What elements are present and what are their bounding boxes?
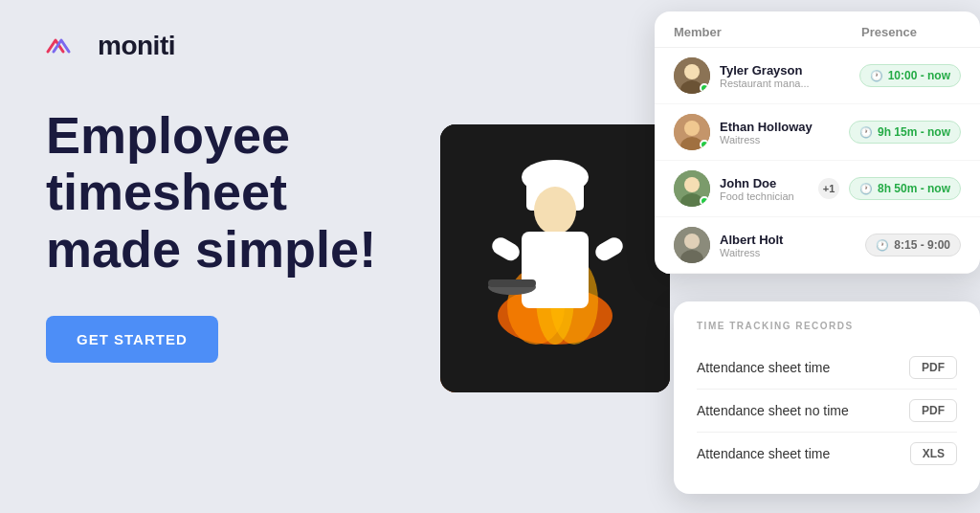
avatar-albert xyxy=(674,227,710,263)
clock-icon-john: 🕐 xyxy=(859,183,873,195)
member-role-ethan: Waitress xyxy=(720,134,849,145)
member-row-john[interactable]: John Doe Food technician +1 🕐 8h 50m - n… xyxy=(655,161,980,217)
svg-point-23 xyxy=(684,234,700,249)
online-dot-john xyxy=(700,196,709,206)
left-section: moniti Employee timesheet made simple! G… xyxy=(0,0,479,513)
member-info-albert: Albert Holt Waitress xyxy=(720,233,865,258)
tracking-label-1: Attendance sheet no time xyxy=(697,403,849,418)
hero-text: Employee timesheet made simple! xyxy=(46,107,433,278)
tracking-format-pdf-0[interactable]: PDF xyxy=(909,356,957,379)
member-role-albert: Waitress xyxy=(720,247,865,258)
member-info-john: John Doe Food technician xyxy=(720,176,818,202)
tracking-records-card: TIME TRACKING RECORDS Attendance sheet t… xyxy=(674,301,980,494)
svg-rect-8 xyxy=(522,232,589,308)
hero-line1: Employee xyxy=(46,106,290,164)
member-role-john: Food technician xyxy=(720,190,818,202)
avatar-john xyxy=(674,170,710,207)
presence-badge-john: 🕐 8h 50m - now xyxy=(849,177,961,200)
hero-line2: timesheet xyxy=(46,163,287,220)
logo-icon xyxy=(46,33,88,59)
kitchen-image xyxy=(440,124,670,392)
member-row-ethan[interactable]: Ethan Holloway Waitress 🕐 9h 15m - now xyxy=(655,104,980,161)
tracking-label-0: Attendance sheet time xyxy=(697,360,830,375)
tracking-format-xls-0[interactable]: XLS xyxy=(910,442,957,465)
tracking-row-0[interactable]: Attendance sheet time PDF xyxy=(697,346,957,390)
member-name-tyler: Tyler Grayson xyxy=(720,63,859,78)
tracking-format-pdf-1[interactable]: PDF xyxy=(909,399,957,422)
svg-point-20 xyxy=(684,177,700,192)
member-row-tyler[interactable]: Tyler Grayson Restaurant mana... 🕐 10:00… xyxy=(655,48,980,104)
avatar-tyler xyxy=(674,57,710,94)
tracking-card-title: TIME TRACKING RECORDS xyxy=(697,321,957,331)
tracking-row-2[interactable]: Attendance sheet time XLS xyxy=(697,433,957,475)
member-info-ethan: Ethan Holloway Waitress xyxy=(720,120,849,145)
logo-text: moniti xyxy=(98,31,175,61)
plus-badge-john: +1 xyxy=(818,178,839,199)
tracking-row-1[interactable]: Attendance sheet no time PDF xyxy=(697,390,957,433)
avatar-ethan xyxy=(674,114,710,150)
svg-point-14 xyxy=(684,64,700,79)
col-presence-label: Presence xyxy=(817,25,961,39)
col-member-label: Member xyxy=(674,25,817,39)
svg-point-7 xyxy=(534,187,576,234)
logo: moniti xyxy=(46,31,433,61)
member-card-header: Member Presence xyxy=(655,11,980,48)
clock-icon-tyler: 🕐 xyxy=(870,70,883,82)
online-dot-tyler xyxy=(700,83,709,93)
hero-line3: made simple! xyxy=(46,220,376,278)
clock-icon-albert: 🕐 xyxy=(876,239,889,252)
online-dot-ethan xyxy=(700,140,709,149)
member-name-john: John Doe xyxy=(720,176,818,190)
member-name-albert: Albert Holt xyxy=(720,233,865,247)
member-row-albert[interactable]: Albert Holt Waitress 🕐 8:15 - 9:00 xyxy=(655,217,980,274)
svg-rect-12 xyxy=(488,279,536,287)
member-name-ethan: Ethan Holloway xyxy=(720,120,849,134)
presence-badge-ethan: 🕐 9h 15m - now xyxy=(849,121,961,144)
member-info-tyler: Tyler Grayson Restaurant mana... xyxy=(720,63,859,89)
get-started-button[interactable]: GET STARTED xyxy=(46,316,218,363)
presence-badge-tyler: 🕐 10:00 - now xyxy=(859,64,961,87)
member-role-tyler: Restaurant mana... xyxy=(720,78,859,89)
presence-badge-albert: 🕐 8:15 - 9:00 xyxy=(865,234,961,256)
member-presence-card: Member Presence Tyler Grayson Restaurant… xyxy=(655,11,980,274)
svg-point-17 xyxy=(684,121,700,136)
clock-icon-ethan: 🕐 xyxy=(859,126,873,139)
tracking-label-2: Attendance sheet time xyxy=(697,446,830,461)
